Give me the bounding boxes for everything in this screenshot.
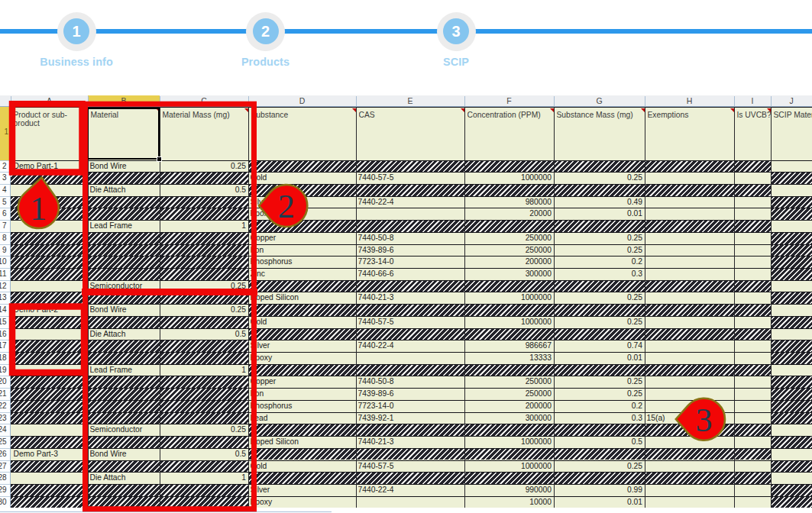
svg-text:2: 2	[278, 188, 295, 225]
svg-text:3: 3	[696, 402, 713, 439]
svg-text:1: 1	[30, 190, 47, 227]
